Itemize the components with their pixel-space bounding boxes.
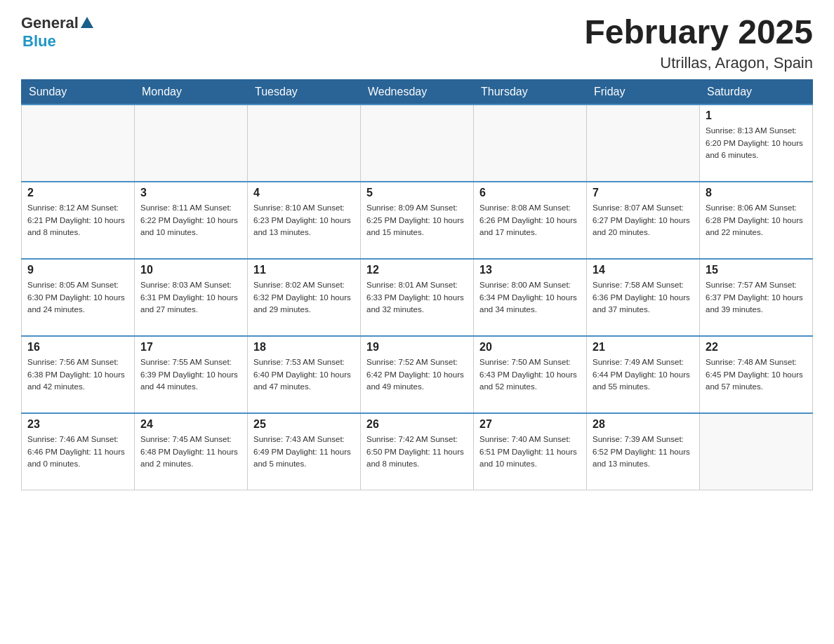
weekday-header-sunday: Sunday (22, 79, 135, 105)
logo: General Blue (21, 14, 93, 51)
day-number: 23 (27, 418, 128, 431)
calendar-cell: 8Sunrise: 8:06 AM Sunset: 6:28 PM Daylig… (700, 182, 813, 259)
day-info: Sunrise: 8:00 AM Sunset: 6:34 PM Dayligh… (479, 279, 581, 316)
day-number: 6 (479, 187, 581, 199)
calendar-cell: 12Sunrise: 8:01 AM Sunset: 6:33 PM Dayli… (361, 259, 474, 336)
day-info: Sunrise: 7:58 AM Sunset: 6:36 PM Dayligh… (593, 279, 694, 316)
calendar-cell: 28Sunrise: 7:39 AM Sunset: 6:52 PM Dayli… (587, 413, 700, 490)
day-number: 10 (140, 264, 241, 276)
calendar-cell (587, 105, 700, 182)
day-number: 9 (27, 264, 128, 276)
day-info: Sunrise: 8:06 AM Sunset: 6:28 PM Dayligh… (706, 202, 807, 239)
day-info: Sunrise: 7:46 AM Sunset: 6:46 PM Dayligh… (27, 434, 128, 471)
day-number: 22 (706, 341, 807, 354)
title-area: February 2025 Utrillas, Aragon, Spain (584, 14, 813, 72)
day-number: 8 (706, 187, 807, 199)
day-info: Sunrise: 8:10 AM Sunset: 6:23 PM Dayligh… (253, 202, 355, 239)
calendar-cell: 7Sunrise: 8:07 AM Sunset: 6:27 PM Daylig… (587, 182, 700, 259)
day-number: 19 (366, 341, 468, 354)
logo-triangle-icon (81, 17, 93, 28)
day-info: Sunrise: 7:55 AM Sunset: 6:39 PM Dayligh… (140, 356, 241, 394)
day-info: Sunrise: 8:01 AM Sunset: 6:33 PM Dayligh… (366, 279, 468, 316)
weekday-header-friday: Friday (587, 79, 700, 105)
page-header: General Blue February 2025 Utrillas, Ara… (21, 14, 813, 72)
day-number: 27 (479, 418, 581, 431)
weekday-header-thursday: Thursday (474, 79, 587, 105)
calendar-cell: 11Sunrise: 8:02 AM Sunset: 6:32 PM Dayli… (248, 259, 361, 336)
location-title: Utrillas, Aragon, Spain (584, 54, 813, 72)
calendar-cell (22, 105, 135, 182)
day-number: 11 (253, 264, 355, 276)
calendar-cell: 26Sunrise: 7:42 AM Sunset: 6:50 PM Dayli… (361, 413, 474, 490)
calendar-cell (248, 105, 361, 182)
calendar-cell (474, 105, 587, 182)
calendar-cell (700, 413, 813, 490)
day-number: 7 (593, 187, 694, 199)
day-info: Sunrise: 8:02 AM Sunset: 6:32 PM Dayligh… (253, 279, 355, 316)
weekday-header-monday: Monday (135, 79, 248, 105)
day-info: Sunrise: 8:03 AM Sunset: 6:31 PM Dayligh… (140, 279, 241, 316)
calendar-cell: 22Sunrise: 7:48 AM Sunset: 6:45 PM Dayli… (700, 336, 813, 413)
day-info: Sunrise: 7:45 AM Sunset: 6:48 PM Dayligh… (140, 434, 241, 471)
day-info: Sunrise: 7:57 AM Sunset: 6:37 PM Dayligh… (706, 279, 807, 316)
day-number: 1 (706, 109, 807, 122)
day-info: Sunrise: 7:56 AM Sunset: 6:38 PM Dayligh… (27, 356, 128, 394)
calendar-cell: 13Sunrise: 8:00 AM Sunset: 6:34 PM Dayli… (474, 259, 587, 336)
calendar-week-row: 23Sunrise: 7:46 AM Sunset: 6:46 PM Dayli… (22, 413, 813, 490)
weekday-header-tuesday: Tuesday (248, 79, 361, 105)
day-info: Sunrise: 7:43 AM Sunset: 6:49 PM Dayligh… (253, 434, 355, 471)
day-number: 2 (27, 187, 128, 199)
day-number: 4 (253, 187, 355, 199)
calendar-cell: 18Sunrise: 7:53 AM Sunset: 6:40 PM Dayli… (248, 336, 361, 413)
calendar-cell: 19Sunrise: 7:52 AM Sunset: 6:42 PM Dayli… (361, 336, 474, 413)
calendar-cell: 1Sunrise: 8:13 AM Sunset: 6:20 PM Daylig… (700, 105, 813, 182)
day-number: 13 (479, 264, 581, 276)
day-info: Sunrise: 7:49 AM Sunset: 6:44 PM Dayligh… (593, 356, 694, 394)
weekday-header-wednesday: Wednesday (361, 79, 474, 105)
day-info: Sunrise: 8:07 AM Sunset: 6:27 PM Dayligh… (593, 202, 694, 239)
calendar-week-row: 9Sunrise: 8:05 AM Sunset: 6:30 PM Daylig… (22, 259, 813, 336)
calendar-cell: 14Sunrise: 7:58 AM Sunset: 6:36 PM Dayli… (587, 259, 700, 336)
day-number: 5 (366, 187, 468, 199)
day-info: Sunrise: 7:39 AM Sunset: 6:52 PM Dayligh… (593, 434, 694, 471)
calendar-cell: 21Sunrise: 7:49 AM Sunset: 6:44 PM Dayli… (587, 336, 700, 413)
calendar-cell: 3Sunrise: 8:11 AM Sunset: 6:22 PM Daylig… (135, 182, 248, 259)
day-info: Sunrise: 7:52 AM Sunset: 6:42 PM Dayligh… (366, 356, 468, 394)
calendar-cell (135, 105, 248, 182)
month-title: February 2025 (584, 14, 813, 51)
calendar-cell: 25Sunrise: 7:43 AM Sunset: 6:49 PM Dayli… (248, 413, 361, 490)
day-number: 12 (366, 264, 468, 276)
calendar-cell: 24Sunrise: 7:45 AM Sunset: 6:48 PM Dayli… (135, 413, 248, 490)
day-info: Sunrise: 7:48 AM Sunset: 6:45 PM Dayligh… (706, 356, 807, 394)
day-number: 21 (593, 341, 694, 354)
day-info: Sunrise: 7:50 AM Sunset: 6:43 PM Dayligh… (479, 356, 581, 394)
day-info: Sunrise: 8:12 AM Sunset: 6:21 PM Dayligh… (27, 202, 128, 239)
day-number: 17 (140, 341, 241, 354)
logo-general-text: General (21, 14, 79, 32)
day-info: Sunrise: 8:05 AM Sunset: 6:30 PM Dayligh… (27, 279, 128, 316)
day-number: 20 (479, 341, 581, 354)
day-number: 15 (706, 264, 807, 276)
calendar-cell: 2Sunrise: 8:12 AM Sunset: 6:21 PM Daylig… (22, 182, 135, 259)
calendar-cell: 9Sunrise: 8:05 AM Sunset: 6:30 PM Daylig… (22, 259, 135, 336)
logo-blue-text: Blue (22, 32, 56, 51)
day-number: 24 (140, 418, 241, 431)
calendar-cell: 16Sunrise: 7:56 AM Sunset: 6:38 PM Dayli… (22, 336, 135, 413)
calendar-cell: 10Sunrise: 8:03 AM Sunset: 6:31 PM Dayli… (135, 259, 248, 336)
day-info: Sunrise: 8:08 AM Sunset: 6:26 PM Dayligh… (479, 202, 581, 239)
weekday-header-row: SundayMondayTuesdayWednesdayThursdayFrid… (22, 79, 813, 105)
day-info: Sunrise: 7:42 AM Sunset: 6:50 PM Dayligh… (366, 434, 468, 471)
day-number: 28 (593, 418, 694, 431)
calendar-cell: 27Sunrise: 7:40 AM Sunset: 6:51 PM Dayli… (474, 413, 587, 490)
calendar-cell (361, 105, 474, 182)
day-number: 18 (253, 341, 355, 354)
day-info: Sunrise: 8:11 AM Sunset: 6:22 PM Dayligh… (140, 202, 241, 239)
day-info: Sunrise: 8:13 AM Sunset: 6:20 PM Dayligh… (706, 125, 807, 162)
calendar-cell: 23Sunrise: 7:46 AM Sunset: 6:46 PM Dayli… (22, 413, 135, 490)
calendar-week-row: 16Sunrise: 7:56 AM Sunset: 6:38 PM Dayli… (22, 336, 813, 413)
day-number: 25 (253, 418, 355, 431)
calendar-week-row: 1Sunrise: 8:13 AM Sunset: 6:20 PM Daylig… (22, 105, 813, 182)
day-number: 14 (593, 264, 694, 276)
svg-marker-0 (81, 17, 93, 28)
calendar-cell: 4Sunrise: 8:10 AM Sunset: 6:23 PM Daylig… (248, 182, 361, 259)
